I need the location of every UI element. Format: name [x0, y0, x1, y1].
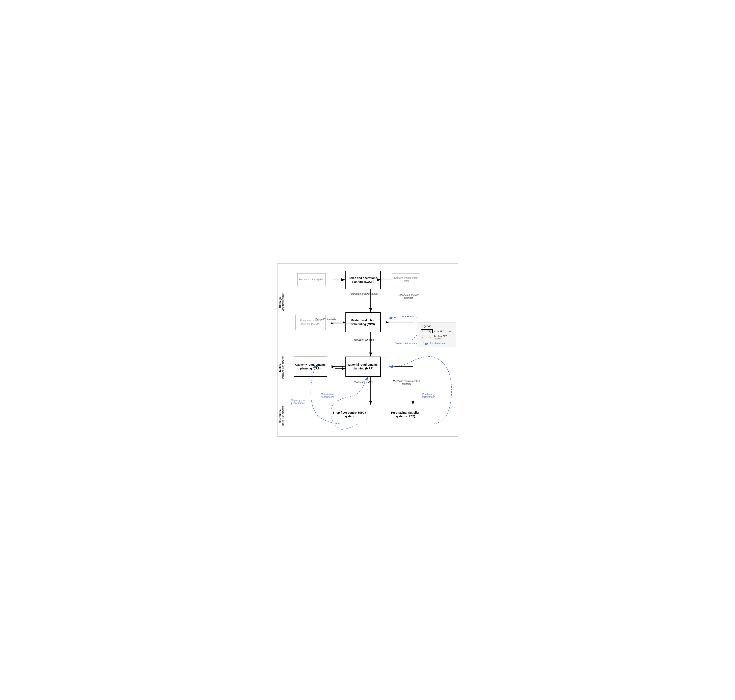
legend-core-item: X ... (YZ) Core PPC process — [420, 329, 453, 333]
label-production-orders: Production orders — [347, 381, 380, 384]
legend-feedback-item: Feedback loop — [420, 341, 453, 345]
label-purchase-req: Purchase requirements & schedule — [392, 380, 421, 385]
legend-core-desc: Core PPC process — [434, 330, 453, 332]
label-system-performance: System performance — [393, 342, 419, 345]
box-sop: Sales and operations planning (S&OP) — [345, 271, 381, 289]
box-rp: Resource planning (RP) — [297, 273, 326, 287]
box-mps: Master production scheduling (MPS) — [345, 312, 381, 332]
legend-aux-box: X ... (YZ) — [420, 335, 432, 339]
label-aggregate-plan: Aggregate production plan — [348, 293, 380, 295]
label-anticipated-demand: Anticipated demand changes — [394, 294, 423, 299]
horizon-tactical: Tactical (medium-term horizon) — [277, 340, 285, 395]
box-rccp: Rough-cut capacity planning (RCCP) — [295, 315, 326, 330]
legend-feedback-icon — [420, 341, 429, 345]
label-production-schedule: Production schedule — [347, 338, 380, 341]
box-dm: Demand management (DM) — [392, 273, 420, 287]
horizon-operational: Operational (short-term horizon) — [277, 395, 285, 437]
box-mrp: Material requirements planning (MRP) — [345, 357, 381, 377]
arrows-svg — [285, 264, 458, 436]
box-crp: Capacity requirements planning (CRP) — [294, 357, 327, 377]
label-material-use: Material use performance — [315, 393, 341, 399]
legend-title: Legend: — [420, 325, 453, 328]
box-pss: Purchasing/ Supplier systems (PSS) — [388, 405, 423, 424]
legend-aux-item: X ... (YZ) Auxiliary PPC process — [420, 335, 453, 340]
legend-core-box: X ... (YZ) — [420, 329, 433, 333]
label-capacity-use: Capacity use performance — [285, 399, 311, 404]
box-sfc: Shop-floor control (SFC) system — [332, 405, 367, 424]
diagram-container: Strategic (long-term horizon) Tactical (… — [277, 263, 458, 437]
label-purchasing: Purchasing performance — [416, 393, 441, 399]
legend-aux-desc: Auxiliary PPC process — [434, 335, 453, 340]
label-check-mps: Check MPS feasibility — [313, 318, 337, 320]
legend: Legend: X ... (YZ) Core PPC process X ..… — [417, 322, 456, 347]
legend-feedback-label: Feedback loop — [430, 342, 445, 344]
horizon-strategic: Strategic (long-term horizon) — [277, 264, 285, 340]
